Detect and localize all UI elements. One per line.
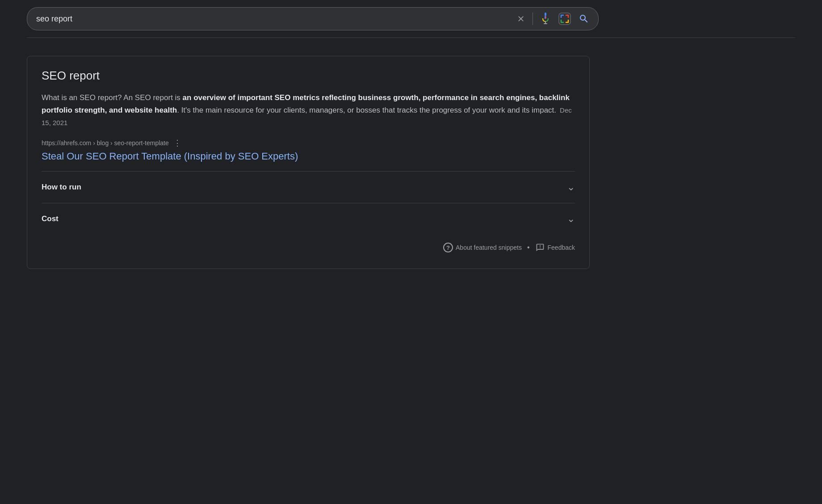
search-input[interactable]: seo report	[36, 14, 511, 24]
snippet-body: What is an SEO report? An SEO report is …	[42, 92, 575, 129]
svg-rect-4	[544, 23, 547, 24]
search-bar: seo report	[27, 7, 599, 30]
clear-icon[interactable]	[516, 14, 525, 23]
about-snippets[interactable]: ? About featured snippets	[443, 243, 522, 252]
search-submit-icon[interactable]	[579, 13, 589, 24]
source-line: https://ahrefs.com › blog › seo-report-t…	[42, 138, 575, 148]
featured-snippet: SEO report What is an SEO report? An SEO…	[27, 56, 590, 269]
lens-svg	[558, 12, 571, 25]
feedback-button[interactable]: Feedback	[535, 243, 575, 252]
search-bar-icons	[516, 12, 589, 25]
svg-rect-0	[545, 13, 546, 16]
search-svg	[579, 13, 589, 24]
snippet-body-prefix: What is an SEO report? An SEO report is	[42, 93, 183, 102]
search-bar-container: seo report	[0, 0, 822, 30]
svg-rect-2	[545, 16, 545, 19]
close-svg	[516, 14, 525, 23]
source-url: https://ahrefs.com › blog › seo-report-t…	[42, 139, 169, 147]
source-link[interactable]: Steal Our SEO Report Template (Inspired …	[42, 151, 298, 162]
how-to-run-label: How to run	[42, 183, 81, 192]
cost-chevron: ⌄	[567, 213, 575, 225]
how-to-run-chevron: ⌄	[567, 181, 575, 193]
snippet-body-suffix: . It's the main resource for your client…	[177, 106, 556, 114]
snippet-footer: ? About featured snippets • Feedback	[42, 235, 575, 256]
expandable-how-to-run[interactable]: How to run ⌄	[42, 172, 575, 203]
source-menu-icon[interactable]: ⋮	[173, 138, 182, 148]
about-snippets-label: About featured snippets	[456, 244, 522, 251]
lens-icon[interactable]	[558, 12, 571, 25]
feedback-label: Feedback	[548, 244, 575, 251]
search-divider	[533, 13, 533, 25]
expandable-cost[interactable]: Cost ⌄	[42, 203, 575, 235]
snippet-title: SEO report	[42, 69, 575, 83]
cost-label: Cost	[42, 214, 59, 223]
feedback-icon	[535, 243, 545, 252]
footer-dot: •	[527, 244, 530, 252]
main-content: SEO report What is an SEO report? An SEO…	[0, 38, 616, 269]
svg-rect-6	[559, 13, 570, 25]
question-mark: ?	[446, 244, 450, 251]
question-icon: ?	[443, 243, 453, 252]
microphone-icon[interactable]	[540, 13, 551, 25]
mic-svg	[540, 13, 551, 25]
